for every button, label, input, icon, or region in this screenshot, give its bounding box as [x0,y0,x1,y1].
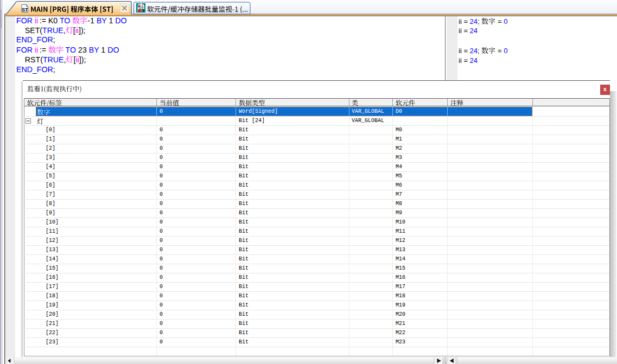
svg-text:ST: ST [22,7,28,12]
